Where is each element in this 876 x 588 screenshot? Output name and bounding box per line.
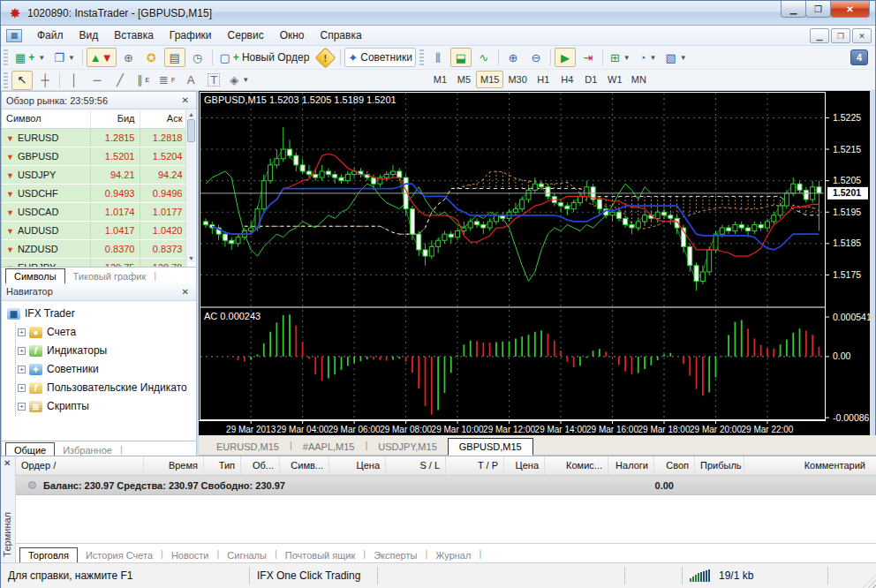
column-open-price[interactable]: Цена	[329, 456, 386, 475]
scrollbar-thumb[interactable]	[187, 119, 195, 142]
candlestick-type-button[interactable]: ⬓	[450, 48, 472, 67]
symbol-row[interactable]: ▼AUDUSD 1.04171.0420	[2, 221, 187, 239]
horizontal-line-tool[interactable]: ─	[87, 71, 108, 90]
text-tool[interactable]: A	[180, 71, 201, 90]
new-order-button[interactable]: ▢+Новый Ордер	[216, 48, 313, 67]
tab-tick-chart[interactable]: Тиковый график	[65, 269, 155, 283]
timeframe-m1[interactable]: M1	[428, 71, 452, 88]
trendline-tool[interactable]: ╱	[110, 71, 131, 90]
column-sl[interactable]: S / L	[386, 456, 446, 475]
timeframe-m30[interactable]: M30	[503, 71, 531, 88]
chart-tab-usdjpy[interactable]: USDJPY,M15	[367, 439, 447, 455]
menu-window[interactable]: Окно	[272, 26, 313, 44]
timeframe-m5[interactable]: M5	[452, 71, 476, 88]
close-button[interactable]: ✕	[830, 1, 870, 18]
new-chart-button[interactable]: ▦+▼	[11, 48, 49, 67]
menu-view[interactable]: Вид	[72, 26, 107, 44]
periods-button[interactable]: ◔▼	[636, 48, 661, 67]
vertical-line-tool[interactable]: │	[64, 71, 85, 90]
menu-help[interactable]: Справка	[313, 26, 370, 44]
line-chart-type-button[interactable]: ∿	[473, 48, 495, 67]
column-volume[interactable]: Об...	[241, 456, 280, 475]
balance-row[interactable]: Баланс: 230.97 Средства: 230.97 Свободно…	[16, 476, 876, 495]
tree-item-experts[interactable]: + ✦ Советники	[18, 360, 196, 379]
text-label-tool[interactable]: T	[203, 71, 224, 90]
navigator-title-bar[interactable]: Навигатор ✕	[2, 283, 196, 301]
column-swap[interactable]: Своп	[654, 456, 695, 475]
market-watch-scrollbar[interactable]: ▲ ▼	[185, 110, 195, 262]
column-comment[interactable]: Комментарий	[744, 456, 876, 475]
column-ask[interactable]: Аск	[140, 109, 187, 128]
tab-trade[interactable]: Торговля	[19, 547, 78, 563]
zoom-out-button[interactable]: ⊖	[525, 48, 547, 67]
terminal-close-icon[interactable]: ✕	[4, 458, 11, 468]
tree-item-scripts[interactable]: + ≣ Скрипты	[18, 397, 196, 416]
menu-file[interactable]: Файл	[29, 26, 72, 44]
symbol-row[interactable]: ▼NZDUSD 0.83700.8373	[2, 239, 187, 258]
tree-root-account[interactable]: ▦ IFX Trader	[7, 305, 196, 323]
tree-item-custom-indicators[interactable]: + f Пользовательские Индикато	[18, 379, 196, 397]
symbol-row[interactable]: ▼USDCAD 1.01741.0177	[2, 202, 187, 221]
column-tp[interactable]: T / P	[446, 456, 504, 475]
navigator-toggle[interactable]: ✪	[141, 48, 162, 67]
symbol-row[interactable]: ▼GBPUSD 1.52011.5204	[2, 147, 187, 165]
symbol-row[interactable]: ▼USDCHF 0.94930.9496	[2, 184, 187, 202]
strategy-tester-button[interactable]: ◷	[187, 48, 208, 67]
scroll-up-icon[interactable]: ▲	[187, 111, 195, 117]
market-watch-toggle[interactable]: ▲▼	[87, 48, 117, 67]
zoom-in-button[interactable]: ⊕	[502, 48, 524, 67]
expand-icon[interactable]: +	[18, 328, 26, 336]
chart-shift-button[interactable]: ⇥	[578, 48, 599, 67]
column-symbol[interactable]: Симв...	[280, 456, 329, 475]
expand-icon[interactable]: +	[18, 347, 26, 355]
expert-advisors-button[interactable]: ✦Советники	[344, 48, 416, 67]
fibonacci-tool[interactable]: ≣F	[155, 71, 178, 90]
tab-news[interactable]: Новости	[163, 548, 217, 562]
tab-journal[interactable]: Журнал	[427, 548, 479, 562]
minimize-button[interactable]: ▁	[781, 1, 806, 18]
tab-signals[interactable]: Сигналы	[219, 548, 275, 562]
toolbar-grip[interactable]	[4, 49, 8, 65]
mdi-restore-button[interactable]: ❐	[831, 28, 850, 43]
chart-profiles-button[interactable]: ❐▼	[50, 48, 79, 67]
market-watch-close-icon[interactable]: ✕	[179, 95, 192, 105]
column-order[interactable]: Ордер /	[16, 456, 144, 475]
arrows-tool[interactable]: ◈▼	[226, 71, 253, 90]
chart-canvas[interactable]: 1.52251.52151.52051.51951.51851.51751.52…	[199, 91, 870, 435]
scroll-down-icon[interactable]: ▼	[187, 255, 195, 261]
timeframe-mn[interactable]: MN	[627, 71, 651, 88]
templates-button[interactable]: ▧▼	[662, 48, 691, 67]
column-taxes[interactable]: Налоги	[608, 456, 654, 475]
restore-button[interactable]: ❐	[805, 1, 831, 18]
tree-item-accounts[interactable]: + ● Счета	[18, 323, 196, 342]
symbol-row[interactable]: ▼EURUSD 1.28151.2818	[2, 128, 187, 147]
expand-icon[interactable]: +	[18, 403, 26, 411]
chart-tab-gbpusd[interactable]: GBPUSD,M15	[448, 438, 533, 456]
equidistant-channel-tool[interactable]: ∥E	[132, 71, 154, 90]
mdi-close-button[interactable]: ✕	[852, 28, 872, 43]
status-trading-mode[interactable]: IFX One Click Trading	[250, 567, 378, 584]
menu-insert[interactable]: Вставка	[106, 26, 162, 44]
notifications-badge[interactable]: 4	[850, 49, 868, 65]
symbol-row-partial[interactable]: ▼EURJPY 120.75 120.78	[2, 259, 187, 267]
timeframe-d1[interactable]: D1	[579, 71, 603, 88]
mdi-minimize-button[interactable]: ▁	[810, 28, 829, 43]
column-commission[interactable]: Комис...	[545, 456, 608, 475]
timeframe-h4[interactable]: H4	[555, 71, 579, 88]
resize-grip[interactable]	[863, 574, 876, 588]
expand-icon[interactable]: +	[18, 384, 26, 392]
cursor-tool[interactable]: ↖	[11, 71, 33, 90]
column-price[interactable]: Цена	[504, 456, 545, 475]
data-window-button[interactable]: ⊕	[118, 48, 140, 67]
timeframe-m15[interactable]: M15	[476, 71, 503, 88]
bar-chart-type-button[interactable]: ⫼	[427, 48, 449, 67]
crosshair-tool[interactable]: ┼	[34, 71, 56, 90]
indicators-button[interactable]: ⊞▼	[607, 48, 634, 67]
auto-scroll-button[interactable]: ▶	[555, 48, 576, 67]
column-type[interactable]: Тип	[204, 456, 241, 475]
column-bid[interactable]: Бид	[90, 109, 140, 128]
tab-symbols[interactable]: Символы	[5, 268, 65, 284]
tree-item-indicators[interactable]: + f Индикаторы	[18, 342, 196, 360]
navigator-close-icon[interactable]: ✕	[179, 287, 192, 297]
chart-tab-aapl[interactable]: #AAPL,M15	[292, 439, 366, 455]
